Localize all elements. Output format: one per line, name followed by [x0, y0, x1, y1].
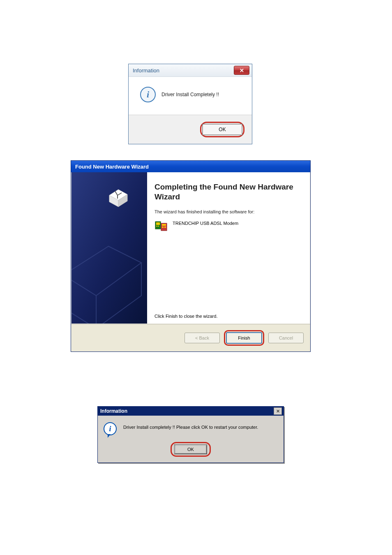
back-button: < Back — [184, 333, 220, 343]
dialog-title: Information — [100, 408, 127, 414]
cancel-button-label: Cancel — [279, 335, 293, 340]
title-bar[interactable]: Information ✕ — [98, 407, 284, 416]
dialog-footer: OK — [98, 439, 284, 462]
info-icon: i — [140, 87, 156, 102]
dialog-footer: OK — [129, 115, 252, 144]
svg-rect-9 — [162, 224, 166, 226]
wizard-content: Completing the Found New Hardware Wizard… — [147, 172, 310, 324]
info-icon: i — [104, 422, 117, 437]
highlight-annotation: Finish — [224, 330, 264, 346]
dialog-title: Information — [133, 67, 159, 74]
svg-rect-6 — [156, 226, 157, 227]
close-button[interactable]: ✕ — [274, 407, 282, 415]
device-row: TRENDCHIP USB ADSL Modem — [154, 220, 302, 233]
dialog-message: Driver Install Completely !! — [161, 92, 219, 97]
svg-rect-0 — [71, 172, 147, 324]
title-bar[interactable]: Found New Hardware Wizard — [71, 161, 310, 172]
close-instruction: Click Finish to close the wizard. — [154, 314, 217, 319]
dialog-message: Driver Install completely !! Please clic… — [123, 422, 258, 430]
dialog-body: i Driver Install Completely !! — [129, 77, 252, 115]
close-icon: ✕ — [240, 67, 244, 74]
wizard-heading: Completing the Found New Hardware Wizard — [154, 182, 302, 202]
svg-rect-5 — [156, 222, 160, 225]
close-button[interactable]: ✕ — [234, 66, 249, 75]
found-new-hardware-wizard-dialog: Found New Hardware Wizard — [71, 160, 311, 352]
svg-rect-10 — [162, 227, 164, 228]
ok-button-label: OK — [187, 447, 194, 452]
information-dialog-classic: Information ✕ i Driver Install completel… — [97, 406, 284, 463]
title-bar[interactable]: Information ✕ — [129, 64, 252, 77]
finish-button-label: Finish — [238, 335, 250, 340]
information-dialog-vista: Information ✕ i Driver Install Completel… — [128, 64, 252, 144]
dialog-body: i Driver Install completely !! Please cl… — [98, 416, 284, 439]
ok-button[interactable]: OK — [203, 124, 242, 135]
highlight-annotation: OK — [171, 442, 211, 457]
dialog-footer: < Back Finish Cancel — [71, 324, 310, 352]
close-icon: ✕ — [276, 409, 280, 414]
wizard-side-graphic — [71, 172, 147, 324]
svg-rect-7 — [158, 226, 159, 227]
highlight-annotation: OK — [200, 122, 244, 137]
device-name: TRENDCHIP USB ADSL Modem — [173, 220, 238, 226]
back-button-label: < Back — [195, 335, 209, 340]
ok-button-label: OK — [219, 127, 226, 132]
svg-rect-11 — [164, 227, 166, 228]
dialog-main: Completing the Found New Hardware Wizard… — [71, 172, 310, 324]
finish-button[interactable]: Finish — [226, 332, 262, 344]
device-icon — [154, 220, 168, 233]
wizard-subtext: The wizard has finished installing the s… — [154, 209, 302, 214]
ok-button[interactable]: OK — [174, 444, 207, 454]
dialog-title: Found New Hardware Wizard — [75, 164, 149, 170]
cancel-button: Cancel — [268, 333, 304, 343]
